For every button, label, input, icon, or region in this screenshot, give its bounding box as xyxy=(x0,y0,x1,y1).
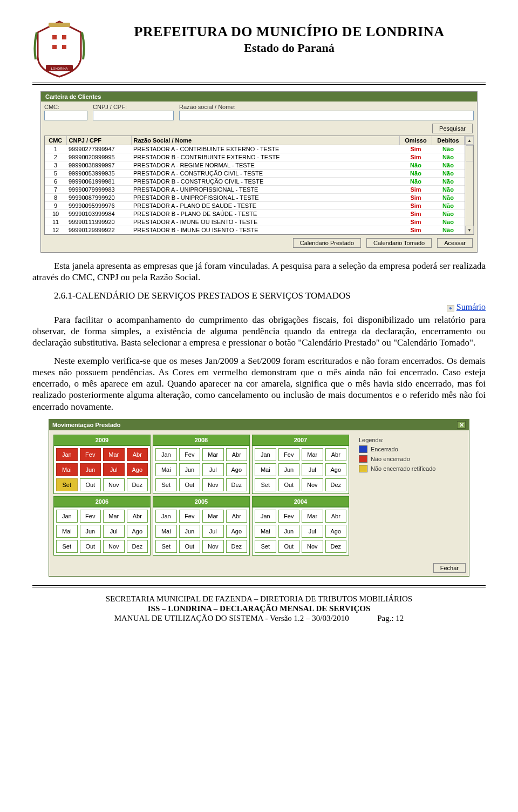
month-2006-jul[interactable]: Jul xyxy=(103,525,125,538)
month-2008-jul[interactable]: Jul xyxy=(202,463,224,476)
month-2005-dez[interactable]: Dez xyxy=(226,540,248,553)
month-2008-abr[interactable]: Abr xyxy=(226,448,248,461)
table-row[interactable]: 299990020999995PRESTADOR B - CONTRIBUINT… xyxy=(45,153,465,161)
month-2008-ago[interactable]: Ago xyxy=(226,463,248,476)
month-2009-jul[interactable]: Jul xyxy=(103,463,125,476)
month-2005-out[interactable]: Out xyxy=(179,540,201,553)
fechar-button[interactable]: Fechar xyxy=(433,563,466,573)
month-2006-abr[interactable]: Abr xyxy=(127,510,148,523)
month-2005-jul[interactable]: Jul xyxy=(202,525,224,538)
close-icon[interactable]: ✕ xyxy=(457,421,466,429)
month-2006-mai[interactable]: Mai xyxy=(56,525,78,538)
month-2004-jan[interactable]: Jan xyxy=(255,510,276,523)
grid-scrollbar[interactable]: ▲ ▼ xyxy=(465,136,473,234)
acessar-button[interactable]: Acessar xyxy=(437,238,473,248)
col-razao[interactable]: Razão Social / Nome xyxy=(131,136,400,145)
month-2007-out[interactable]: Out xyxy=(278,478,300,491)
month-2009-out[interactable]: Out xyxy=(80,478,101,491)
cnpj-input[interactable] xyxy=(93,111,174,120)
month-2008-dez[interactable]: Dez xyxy=(226,478,248,491)
month-2004-out[interactable]: Out xyxy=(278,540,300,553)
table-row[interactable]: 599990053999935PRESTADOR A - CONSTRUÇÃO … xyxy=(45,170,465,178)
table-row[interactable]: 699990061999981PRESTADOR B - CONSTRUÇÃO … xyxy=(45,178,465,186)
month-2008-nov[interactable]: Nov xyxy=(202,478,224,491)
calendario-prestado-button[interactable]: Calendario Prestado xyxy=(293,238,361,248)
month-2008-mai[interactable]: Mai xyxy=(155,463,177,476)
table-row[interactable]: 799990079999983PRESTADOR A - UNIPROFISSI… xyxy=(45,186,465,194)
month-2006-jun[interactable]: Jun xyxy=(80,525,101,538)
month-2004-jul[interactable]: Jul xyxy=(302,525,323,538)
month-2008-out[interactable]: Out xyxy=(179,478,201,491)
table-row[interactable]: 999990095999976PRESTADOR A - PLANO DE SA… xyxy=(45,202,465,210)
pesquisar-button[interactable]: Pesquisar xyxy=(432,124,473,133)
month-2007-ago[interactable]: Ago xyxy=(325,463,347,476)
month-2005-abr[interactable]: Abr xyxy=(226,510,248,523)
month-2008-jun[interactable]: Jun xyxy=(179,463,201,476)
table-row[interactable]: 1099990103999984PRESTADOR B - PLANO DE S… xyxy=(45,210,465,218)
month-2004-nov[interactable]: Nov xyxy=(302,540,323,553)
month-2008-set[interactable]: Set xyxy=(155,478,177,491)
month-2006-mar[interactable]: Mar xyxy=(103,510,125,523)
table-row[interactable]: 1199990111999920PRESTADOR A - IMUNE OU I… xyxy=(45,218,465,226)
month-2007-mar[interactable]: Mar xyxy=(302,448,323,461)
month-2008-fev[interactable]: Fev xyxy=(179,448,201,461)
month-2004-dez[interactable]: Dez xyxy=(325,540,347,553)
month-2004-fev[interactable]: Fev xyxy=(278,510,300,523)
month-2007-abr[interactable]: Abr xyxy=(325,448,347,461)
month-2007-jan[interactable]: Jan xyxy=(255,448,276,461)
col-debitos[interactable]: Debitos xyxy=(432,136,465,145)
month-2005-mai[interactable]: Mai xyxy=(155,525,177,538)
month-2005-fev[interactable]: Fev xyxy=(179,510,201,523)
month-2008-mar[interactable]: Mar xyxy=(202,448,224,461)
month-2006-set[interactable]: Set xyxy=(56,540,78,553)
month-2007-jun[interactable]: Jun xyxy=(278,463,300,476)
sumario-back-icon[interactable] xyxy=(447,305,454,312)
month-2005-mar[interactable]: Mar xyxy=(202,510,224,523)
scroll-thumb[interactable] xyxy=(466,145,473,161)
sumario-link[interactable]: Sumário xyxy=(456,302,486,312)
month-2008-jan[interactable]: Jan xyxy=(155,448,177,461)
month-2006-dez[interactable]: Dez xyxy=(127,540,148,553)
month-2009-abr[interactable]: Abr xyxy=(127,448,148,461)
month-2007-fev[interactable]: Fev xyxy=(278,448,300,461)
month-2004-set[interactable]: Set xyxy=(255,540,276,553)
col-omisso[interactable]: Omisso xyxy=(400,136,432,145)
month-2005-jan[interactable]: Jan xyxy=(155,510,177,523)
month-2009-dez[interactable]: Dez xyxy=(127,478,148,491)
table-row[interactable]: 1299990129999922PRESTADOR B - IMUNE OU I… xyxy=(45,226,465,234)
month-2004-ago[interactable]: Ago xyxy=(325,525,347,538)
table-row[interactable]: 399990038999997PRESTADOR A - REGIME NORM… xyxy=(45,161,465,170)
month-2006-out[interactable]: Out xyxy=(80,540,101,553)
month-2007-set[interactable]: Set xyxy=(255,478,276,491)
month-2009-nov[interactable]: Nov xyxy=(103,478,125,491)
month-2005-ago[interactable]: Ago xyxy=(226,525,248,538)
month-2009-ago[interactable]: Ago xyxy=(127,463,148,476)
month-2004-mai[interactable]: Mai xyxy=(255,525,276,538)
month-2009-fev[interactable]: Fev xyxy=(80,448,101,461)
calendario-tomado-button[interactable]: Calendario Tomado xyxy=(366,238,432,248)
table-row[interactable]: 199990277999947PRESTADOR A - CONTRIBUINT… xyxy=(45,145,465,153)
month-2004-mar[interactable]: Mar xyxy=(302,510,323,523)
month-2009-mar[interactable]: Mar xyxy=(103,448,125,461)
month-2006-jan[interactable]: Jan xyxy=(56,510,78,523)
cmc-input[interactable] xyxy=(44,111,87,120)
month-2006-fev[interactable]: Fev xyxy=(80,510,101,523)
col-cnpj[interactable]: CNPJ / CPF xyxy=(66,136,131,145)
col-cmc[interactable]: CMC xyxy=(45,136,66,145)
month-2006-ago[interactable]: Ago xyxy=(127,525,148,538)
month-2009-mai[interactable]: Mai xyxy=(56,463,78,476)
month-2004-jun[interactable]: Jun xyxy=(278,525,300,538)
month-2007-mai[interactable]: Mai xyxy=(255,463,276,476)
month-2009-set[interactable]: Set xyxy=(56,478,78,491)
month-2007-nov[interactable]: Nov xyxy=(302,478,323,491)
razao-input[interactable] xyxy=(179,111,474,120)
month-2004-abr[interactable]: Abr xyxy=(325,510,347,523)
month-2009-jun[interactable]: Jun xyxy=(80,463,101,476)
table-row[interactable]: 899990087999920PRESTADOR B - UNIPROFISSI… xyxy=(45,194,465,202)
month-2005-jun[interactable]: Jun xyxy=(179,525,201,538)
month-2006-nov[interactable]: Nov xyxy=(103,540,125,553)
month-2005-nov[interactable]: Nov xyxy=(202,540,224,553)
scroll-down-icon[interactable]: ▼ xyxy=(465,226,474,234)
scroll-up-icon[interactable]: ▲ xyxy=(465,136,474,145)
month-2007-dez[interactable]: Dez xyxy=(325,478,347,491)
